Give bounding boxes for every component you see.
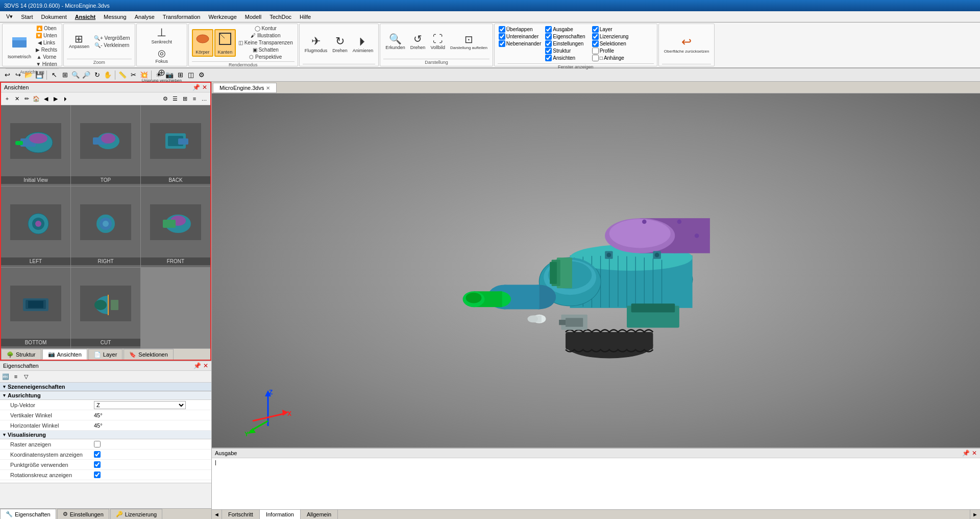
tb-save[interactable]: 💾 bbox=[34, 70, 44, 80]
props-tb-2[interactable]: ≡ bbox=[11, 372, 20, 381]
menu-techdoc[interactable]: TechDoc bbox=[265, 13, 296, 21]
ribbon-btn-hinten[interactable]: ▼ Hinten bbox=[34, 61, 59, 67]
views-tb-settings2[interactable]: ☰ bbox=[170, 94, 180, 103]
ribbon-btn-isometrisch[interactable]: Isometrisch bbox=[6, 32, 33, 60]
check-eigenschaften[interactable] bbox=[545, 33, 552, 40]
ribbon-btn-oberflache[interactable]: ↩ Oberfläche zurücksetzen bbox=[662, 34, 712, 55]
check-anhange[interactable] bbox=[592, 55, 599, 61]
tb-zoom-all[interactable]: ⊞ bbox=[60, 70, 70, 80]
tab-ansichten[interactable]: 📷 Ansichten bbox=[42, 349, 87, 360]
tb-pan[interactable]: ✋ bbox=[103, 70, 113, 80]
views-tb-list-view[interactable]: ≡ bbox=[190, 94, 199, 103]
views-tb-home[interactable]: 🏠 bbox=[32, 94, 41, 103]
tb-xray[interactable]: ◫ bbox=[186, 70, 196, 80]
ribbon-btn-perspektive[interactable]: ⬡ Perspektive bbox=[237, 54, 295, 60]
tb-redo[interactable]: ↪ bbox=[13, 70, 23, 80]
ribbon-btn-keine-transparenz[interactable]: ◫ Keine Transparenzen bbox=[237, 39, 295, 46]
props-tab-lizenzierung[interactable]: 🔑 Lizenzierung bbox=[110, 509, 162, 519]
tb-zoom-out[interactable]: 🔎 bbox=[81, 70, 91, 80]
tab-layer[interactable]: 📄 Layer bbox=[88, 349, 123, 360]
output-close[interactable]: ✕ bbox=[972, 450, 977, 457]
menu-start[interactable]: Start bbox=[17, 13, 37, 21]
check-ausgabe[interactable] bbox=[545, 26, 552, 33]
output-scroll-right[interactable]: ► bbox=[970, 510, 980, 519]
ribbon-btn-unten[interactable]: 🔽 Unten bbox=[34, 32, 59, 39]
view-thumb-right[interactable]: RIGHT bbox=[71, 186, 140, 267]
check-nebeneinander[interactable] bbox=[499, 40, 505, 47]
ribbon-btn-anpassen[interactable]: ⊞Anpassen bbox=[67, 33, 91, 50]
tab-struktur[interactable]: 🌳 Struktur bbox=[1, 349, 41, 360]
output-scroll-left[interactable]: ◄ bbox=[212, 510, 222, 519]
tb-settings[interactable]: ⚙ bbox=[197, 70, 207, 80]
ribbon-btn-erkunden[interactable]: 🔍Erkunden bbox=[383, 32, 407, 51]
props-tb-1[interactable]: 🔤 bbox=[1, 372, 10, 381]
tb-zoom-in[interactable]: 🔍 bbox=[70, 70, 81, 80]
props-tb-filter[interactable]: ▽ bbox=[21, 372, 31, 381]
props-tab-eigenschaften[interactable]: 🔧 Eigenschaften bbox=[0, 509, 56, 519]
views-tb-prev[interactable]: ◀ bbox=[41, 94, 51, 103]
views-pin-icon[interactable]: 📌 bbox=[192, 84, 200, 91]
ribbon-btn-schatten[interactable]: ▣ Schatten bbox=[237, 46, 295, 53]
tb-rotate[interactable]: ↻ bbox=[92, 70, 102, 80]
view-thumb-initial[interactable]: Initial View bbox=[1, 105, 70, 186]
tb-open[interactable]: 📂 bbox=[23, 70, 34, 80]
output-pin[interactable]: 📌 bbox=[962, 450, 970, 457]
output-tab-fortschritt[interactable]: Fortschritt bbox=[222, 510, 260, 519]
check-raster[interactable] bbox=[94, 441, 101, 447]
menu-hilfe[interactable]: Hilfe bbox=[296, 13, 315, 21]
ribbon-btn-vergrossern[interactable]: 🔍+ Vergrößern bbox=[92, 35, 132, 41]
tb-grid[interactable]: ⊞ bbox=[175, 70, 185, 80]
tb-explode[interactable]: 💥 bbox=[139, 70, 149, 80]
menu-analyse[interactable]: Analyse bbox=[131, 13, 159, 21]
ribbon-btn-fokus[interactable]: ◎Fokus bbox=[153, 46, 170, 65]
view-thumb-cut[interactable]: CUT bbox=[71, 268, 140, 348]
props-tab-einstellungen[interactable]: ⚙ Einstellungen bbox=[57, 509, 109, 519]
view-thumb-bottom[interactable]: BOTTOM bbox=[1, 268, 70, 348]
ribbon-btn-vorne[interactable]: ▲ Vorne bbox=[34, 54, 59, 60]
menu-logo[interactable]: V▾ bbox=[2, 12, 17, 21]
tb-camera[interactable]: 📷 bbox=[164, 70, 175, 80]
menu-transformation[interactable]: Transformation bbox=[159, 13, 205, 21]
viewport-tab-main[interactable]: MicroEngine.3dvs ✕ bbox=[213, 83, 277, 93]
views-tb-add[interactable]: + bbox=[3, 94, 12, 103]
check-profile[interactable] bbox=[592, 48, 599, 54]
check-uberlappen[interactable] bbox=[499, 26, 505, 33]
ribbon-btn-kanten[interactable]: Kanten bbox=[214, 29, 236, 57]
tb-light[interactable]: ☀ bbox=[154, 70, 164, 80]
check-ansichten[interactable] bbox=[545, 55, 552, 61]
tab-selektionen[interactable]: 🔖 Selektionen bbox=[124, 349, 174, 360]
views-tb-grid-view[interactable]: ⊞ bbox=[180, 94, 189, 103]
check-untereinander[interactable] bbox=[499, 33, 505, 40]
ribbon-btn-rechts[interactable]: ▶ Rechts bbox=[34, 46, 59, 53]
output-tab-information[interactable]: Information bbox=[260, 510, 301, 519]
ribbon-btn-links[interactable]: ◀ Links bbox=[34, 39, 59, 46]
view-thumb-left[interactable]: LEFT bbox=[1, 186, 70, 267]
props-select-upvektor[interactable]: ZYX bbox=[94, 401, 186, 409]
menu-messung[interactable]: Messung bbox=[100, 13, 131, 21]
views-tb-delete[interactable]: ✕ bbox=[12, 94, 21, 103]
props-pin-icon[interactable]: 📌 bbox=[193, 362, 201, 369]
check-layer[interactable] bbox=[592, 26, 599, 33]
ribbon-btn-drehen2[interactable]: ↺Drehen bbox=[408, 32, 428, 51]
props-section-szene[interactable]: ▾ Szeneneigenschaften bbox=[0, 383, 211, 391]
check-struktur[interactable] bbox=[545, 48, 552, 54]
ribbon-btn-drehen[interactable]: ↻Drehen bbox=[330, 34, 350, 54]
menu-ansicht[interactable]: Ansicht bbox=[71, 13, 100, 21]
tb-section[interactable]: ✂ bbox=[128, 70, 138, 80]
tb-measure[interactable]: 📏 bbox=[117, 70, 128, 80]
ribbon-btn-oben[interactable]: 🔼 Oben bbox=[34, 25, 59, 32]
props-subsection-visualisierung[interactable]: ▾ Visualisierung bbox=[0, 431, 211, 439]
view-thumb-top[interactable]: TOP bbox=[71, 105, 140, 186]
views-tb-more[interactable]: … bbox=[200, 94, 209, 103]
viewport-tab-close[interactable]: ✕ bbox=[266, 85, 270, 91]
props-subsection-ausrichtung[interactable]: ▾ Ausrichtung bbox=[0, 391, 211, 400]
menu-modell[interactable]: Modell bbox=[241, 13, 265, 21]
output-tab-allgemein[interactable]: Allgemein bbox=[301, 510, 338, 519]
ribbon-btn-verkleinern[interactable]: 🔍- Verkleinern bbox=[92, 42, 132, 49]
props-close-icon[interactable]: ✕ bbox=[203, 362, 208, 369]
views-tb-anim[interactable]: ⏵ bbox=[61, 94, 70, 103]
viewport-3d[interactable]: Z X Y bbox=[212, 93, 980, 447]
menu-werkzeuge[interactable]: Werkzeuge bbox=[204, 13, 240, 21]
ribbon-btn-flugmodus[interactable]: ✈Flugmodus bbox=[303, 34, 330, 54]
check-selektionen[interactable] bbox=[592, 40, 599, 47]
